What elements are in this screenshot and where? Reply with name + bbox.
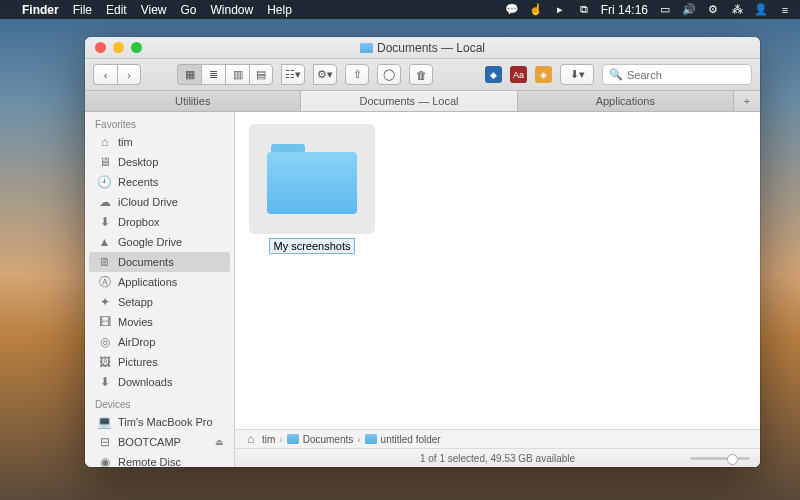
- status-bar: 1 of 1 selected, 49.53 GB available: [235, 448, 760, 467]
- folder-icon: [287, 434, 299, 444]
- tab-bar: Utilities Documents — Local Applications…: [85, 91, 760, 112]
- view-gallery-button[interactable]: ▤: [249, 64, 273, 85]
- extension-icon[interactable]: ◆: [485, 66, 502, 83]
- window-close-button[interactable]: [95, 42, 106, 53]
- view-column-button[interactable]: ▥: [225, 64, 249, 85]
- sidebar-item-dropbox[interactable]: ⬇Dropbox: [85, 212, 234, 232]
- airdrop-icon: ◎: [97, 336, 112, 349]
- view-icon-button[interactable]: ▦: [177, 64, 201, 85]
- dropbox-icon: ⬇: [97, 216, 112, 229]
- delete-button[interactable]: 🗑: [409, 64, 433, 85]
- sidebar-item-downloads[interactable]: ⬇Downloads: [85, 372, 234, 392]
- status-icon[interactable]: 💬: [505, 3, 519, 17]
- menu-edit[interactable]: Edit: [106, 3, 127, 17]
- action-button[interactable]: ⚙▾: [313, 64, 337, 85]
- window-title: Documents — Local: [377, 41, 485, 55]
- share-button[interactable]: ⇧: [345, 64, 369, 85]
- setapp-icon: ✦: [97, 296, 112, 309]
- sidebar-item-airdrop[interactable]: ◎AirDrop: [85, 332, 234, 352]
- sidebar-item-home[interactable]: ⌂tim: [85, 132, 234, 152]
- chevron-icon: ›: [357, 434, 360, 445]
- tab-applications[interactable]: Applications: [518, 91, 734, 111]
- menu-file[interactable]: File: [73, 3, 92, 17]
- sidebar-item-setapp[interactable]: ✦Setapp: [85, 292, 234, 312]
- menu-help[interactable]: Help: [267, 3, 292, 17]
- pathbar-segment[interactable]: tim: [262, 434, 275, 445]
- menu-view[interactable]: View: [141, 3, 167, 17]
- extension-icon[interactable]: Aa: [510, 66, 527, 83]
- menubar-clock[interactable]: Fri 14:16: [601, 3, 648, 17]
- folder-thumbnail[interactable]: [249, 124, 375, 234]
- documents-icon: 🗎: [97, 256, 112, 269]
- view-list-button[interactable]: ≣: [201, 64, 225, 85]
- disc-icon: ◉: [97, 456, 112, 468]
- folder-icon: [365, 434, 377, 444]
- sidebar-header-devices: Devices: [85, 392, 234, 412]
- tab-documents[interactable]: Documents — Local: [301, 91, 517, 111]
- pathbar-segment[interactable]: Documents: [303, 434, 354, 445]
- disk-icon: ⊟: [97, 436, 112, 449]
- folder-icon: [267, 144, 357, 214]
- folder-icon: [360, 43, 373, 53]
- finder-toolbar: ‹ › ▦ ≣ ▥ ▤ ☷▾ ⚙▾ ⇧ ◯ 🗑 ◆ Aa ◈ ⬇▾ 🔍: [85, 59, 760, 91]
- sidebar-item-applications[interactable]: ⒶApplications: [85, 272, 234, 292]
- zoom-slider[interactable]: [690, 457, 750, 460]
- folder-item[interactable]: My screenshots: [247, 124, 377, 254]
- forward-button[interactable]: ›: [117, 64, 141, 85]
- spotlight-icon[interactable]: ≡: [778, 3, 792, 17]
- window-minimize-button[interactable]: [113, 42, 124, 53]
- sidebar-item-macbook[interactable]: 💻Tim's MacBook Pro: [85, 412, 234, 432]
- downloads-icon: ⬇: [97, 376, 112, 389]
- search-icon: 🔍: [609, 68, 623, 81]
- laptop-icon: 💻: [97, 416, 112, 429]
- applications-icon: Ⓐ: [97, 276, 112, 289]
- path-bar: ⌂ tim › Documents › untitled folder: [235, 429, 760, 448]
- sidebar-item-remotedisc[interactable]: ◉Remote Disc: [85, 452, 234, 467]
- menu-go[interactable]: Go: [181, 3, 197, 17]
- search-field[interactable]: 🔍: [602, 64, 752, 85]
- menu-window[interactable]: Window: [211, 3, 254, 17]
- movies-icon: 🎞: [97, 316, 112, 329]
- gdrive-icon: ▲: [97, 236, 112, 249]
- tags-button[interactable]: ◯: [377, 64, 401, 85]
- tab-utilities[interactable]: Utilities: [85, 91, 301, 111]
- sidebar-item-documents[interactable]: 🗎Documents: [89, 252, 230, 272]
- content-area[interactable]: My screenshots ⌂ tim › Documents › untit…: [235, 112, 760, 467]
- sidebar-item-icloud[interactable]: ☁iCloud Drive: [85, 192, 234, 212]
- window-titlebar[interactable]: Documents — Local: [85, 37, 760, 59]
- eject-icon[interactable]: ⏏: [215, 437, 224, 447]
- clock-icon: 🕘: [97, 176, 112, 189]
- pathbar-segment[interactable]: untitled folder: [381, 434, 441, 445]
- sidebar-item-pictures[interactable]: 🖼Pictures: [85, 352, 234, 372]
- new-tab-button[interactable]: +: [734, 91, 760, 111]
- system-menubar: Finder File Edit View Go Window Help 💬 ☝…: [0, 0, 800, 19]
- chevron-icon: ›: [279, 434, 282, 445]
- extension-icon[interactable]: ◈: [535, 66, 552, 83]
- view-mode-group: ▦ ≣ ▥ ▤: [177, 64, 273, 85]
- finder-window: Documents — Local ‹ › ▦ ≣ ▥ ▤ ☷▾ ⚙▾ ⇧ ◯ …: [85, 37, 760, 467]
- sidebar-item-bootcamp[interactable]: ⊟BOOTCAMP⏏: [85, 432, 234, 452]
- sidebar-item-movies[interactable]: 🎞Movies: [85, 312, 234, 332]
- desktop-icon: 🖥: [97, 156, 112, 169]
- app-name[interactable]: Finder: [22, 3, 59, 17]
- window-zoom-button[interactable]: [131, 42, 142, 53]
- sidebar-item-desktop[interactable]: 🖥Desktop: [85, 152, 234, 172]
- status-icon[interactable]: ☝: [529, 3, 543, 17]
- bluetooth-icon[interactable]: ⁂: [730, 3, 744, 17]
- sidebar: Favorites ⌂tim 🖥Desktop 🕘Recents ☁iCloud…: [85, 112, 235, 467]
- user-icon[interactable]: 👤: [754, 3, 768, 17]
- home-icon: ⌂: [97, 136, 112, 149]
- dropbox-toolbar-button[interactable]: ⬇▾: [560, 64, 594, 85]
- search-input[interactable]: [627, 69, 745, 81]
- pictures-icon: 🖼: [97, 356, 112, 369]
- status-icon[interactable]: ▸: [553, 3, 567, 17]
- display-icon[interactable]: ▭: [658, 3, 672, 17]
- back-button[interactable]: ‹: [93, 64, 117, 85]
- folder-name-editing[interactable]: My screenshots: [269, 238, 354, 254]
- sidebar-item-gdrive[interactable]: ▲Google Drive: [85, 232, 234, 252]
- status-icon[interactable]: ⧉: [577, 3, 591, 17]
- arrange-button[interactable]: ☷▾: [281, 64, 305, 85]
- sidebar-item-recents[interactable]: 🕘Recents: [85, 172, 234, 192]
- volume-icon[interactable]: 🔊: [682, 3, 696, 17]
- wifi-icon[interactable]: ⚙: [706, 3, 720, 17]
